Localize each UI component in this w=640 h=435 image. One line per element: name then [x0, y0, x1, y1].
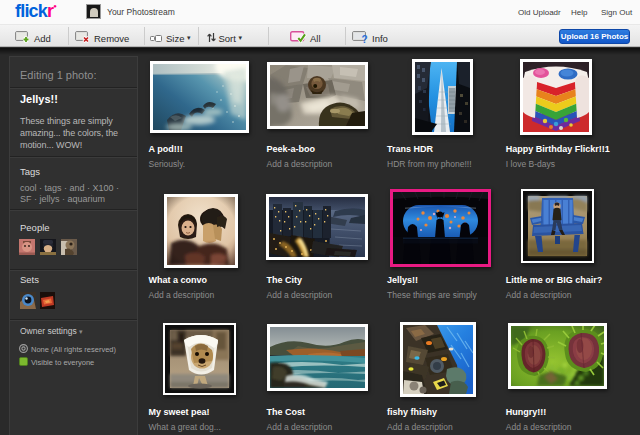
svg-text:?: ? — [362, 34, 368, 44]
